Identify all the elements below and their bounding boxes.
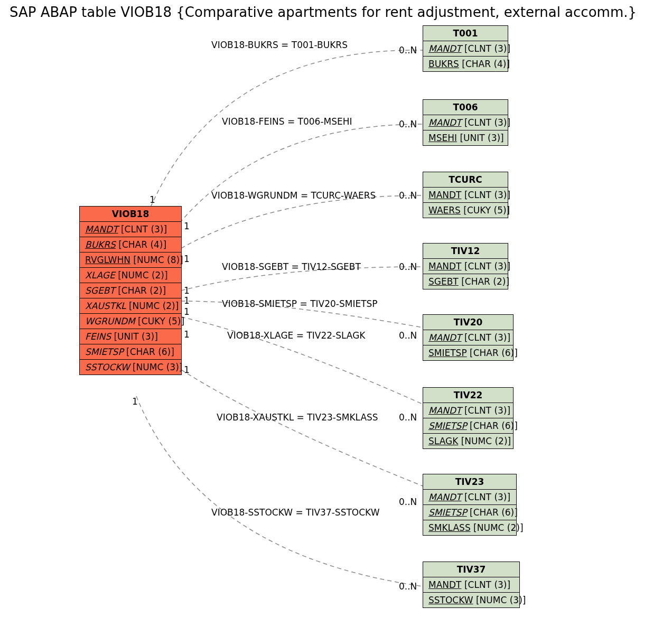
field-row: WAERS [CUKY (5)] — [423, 203, 508, 218]
field-row: SLAGK [NUMC (2)] — [423, 434, 513, 448]
field-row: SMIETSP [CHAR (6)] — [423, 505, 516, 520]
field-row: SMIETSP [CHAR (6)] — [423, 345, 513, 360]
entity-t006: T006MANDT [CLNT (3)]MSEHI [UNIT (3)] — [423, 99, 508, 146]
entity-tiv12: TIV12MANDT [CLNT (3)]SGEBT [CHAR (2)] — [423, 243, 508, 289]
edge-label: VIOB18-SMIETSP = TIV20-SMIETSP — [222, 298, 378, 309]
cardinality-dst: 0..N — [399, 45, 417, 55]
cardinality-src: 1 — [184, 306, 190, 317]
field-row: BUKRS [CHAR (4)] — [423, 57, 508, 71]
cardinality-src: 1 — [184, 221, 190, 231]
entity-t001: T001MANDT [CLNT (3)]BUKRS [CHAR (4)] — [423, 25, 508, 72]
edge-label: VIOB18-SGEBT = TIV12-SGEBT — [222, 261, 361, 272]
cardinality-src: 1 — [132, 396, 138, 407]
cardinality-dst: 0..N — [399, 190, 417, 201]
edge-label: VIOB18-XLAGE = TIV22-SLAGK — [227, 330, 366, 341]
entity-header: TCURC — [423, 172, 508, 188]
cardinality-dst: 0..N — [399, 119, 417, 129]
cardinality-dst: 0..N — [399, 261, 417, 272]
field-row: SMIETSP [CHAR (6)] — [423, 418, 513, 434]
field-row: SGEBT [CHAR (2)] — [423, 274, 508, 289]
field-row: SSTOCKW [NUMC (3)] — [423, 593, 519, 607]
entity-header: TIV20 — [423, 315, 513, 330]
cardinality-src: 1 — [184, 285, 190, 296]
entity-header: TIV23 — [423, 474, 516, 490]
edge-label: VIOB18-BUKRS = T001-BUKRS — [211, 40, 348, 50]
cardinality-dst: 0..N — [399, 581, 417, 592]
field-row: XLAGE [NUMC (2)] — [80, 268, 181, 283]
entity-header: TIV22 — [423, 388, 513, 403]
entity-tiv23: TIV23MANDT [CLNT (3)]SMIETSP [CHAR (6)]S… — [423, 474, 517, 536]
entity-header: T006 — [423, 100, 508, 115]
cardinality-dst: 0..N — [399, 330, 417, 341]
field-row: SSTOCKW [NUMC (3)] — [80, 360, 181, 375]
page-title: SAP ABAP table VIOB18 {Comparative apart… — [10, 4, 637, 20]
entity-header: VIOB18 — [80, 207, 181, 222]
field-row: MANDT [CLNT (3)] — [423, 115, 508, 130]
cardinality-dst: 0..N — [399, 497, 417, 507]
field-row: MANDT [CLNT (3)] — [423, 188, 508, 203]
edge-label: VIOB18-XAUSTKL = TIV23-SMKLASS — [217, 412, 378, 423]
entity-tiv20: TIV20MANDT [CLNT (3)]SMIETSP [CHAR (6)] — [423, 314, 514, 361]
edge-label: VIOB18-WGRUNDM = TCURC-WAERS — [211, 190, 376, 201]
cardinality-src: 1 — [150, 194, 155, 205]
field-row: MANDT [CLNT (3)] — [423, 403, 513, 418]
entity-tiv37: TIV37MANDT [CLNT (3)]SSTOCKW [NUMC (3)] — [423, 562, 520, 608]
field-row: MANDT [CLNT (3)] — [423, 41, 508, 57]
entity-header: T001 — [423, 26, 508, 41]
entity-tiv22: TIV22MANDT [CLNT (3)]SMIETSP [CHAR (6)]S… — [423, 387, 514, 449]
field-row: SGEBT [CHAR (2)] — [80, 283, 181, 298]
field-row: SMKLASS [NUMC (2)] — [423, 520, 516, 535]
entity-viob18: VIOB18 MANDT [CLNT (3)]BUKRS [CHAR (4)]R… — [79, 206, 182, 375]
field-row: WGRUNDM [CUKY (5)] — [80, 314, 181, 329]
edge-label: VIOB18-FEINS = T006-MSEHI — [222, 116, 352, 127]
field-row: MSEHI [UNIT (3)] — [423, 130, 508, 145]
entity-header: TIV12 — [423, 244, 508, 259]
cardinality-src: 1 — [184, 364, 190, 375]
entity-header: TIV37 — [423, 562, 519, 577]
cardinality-src: 1 — [184, 295, 190, 306]
field-row: RVGLWHN [NUMC (8)] — [80, 252, 181, 268]
field-row: MANDT [CLNT (3)] — [423, 259, 508, 274]
field-row: BUKRS [CHAR (4)] — [80, 237, 181, 252]
cardinality-src: 1 — [184, 329, 190, 340]
entity-tcurc: TCURCMANDT [CLNT (3)]WAERS [CUKY (5)] — [423, 172, 508, 218]
field-row: MANDT [CLNT (3)] — [423, 490, 516, 505]
field-row: XAUSTKL [NUMC (2)] — [80, 298, 181, 314]
field-row: MANDT [CLNT (3)] — [423, 330, 513, 345]
field-row: MANDT [CLNT (3)] — [423, 577, 519, 593]
edge-label: VIOB18-SSTOCKW = TIV37-SSTOCKW — [211, 507, 379, 518]
field-row: FEINS [UNIT (3)] — [80, 329, 181, 344]
cardinality-dst: 0..N — [399, 412, 417, 423]
field-row: SMIETSP [CHAR (6)] — [80, 344, 181, 360]
cardinality-src: 1 — [184, 254, 190, 264]
field-row: MANDT [CLNT (3)] — [80, 222, 181, 237]
